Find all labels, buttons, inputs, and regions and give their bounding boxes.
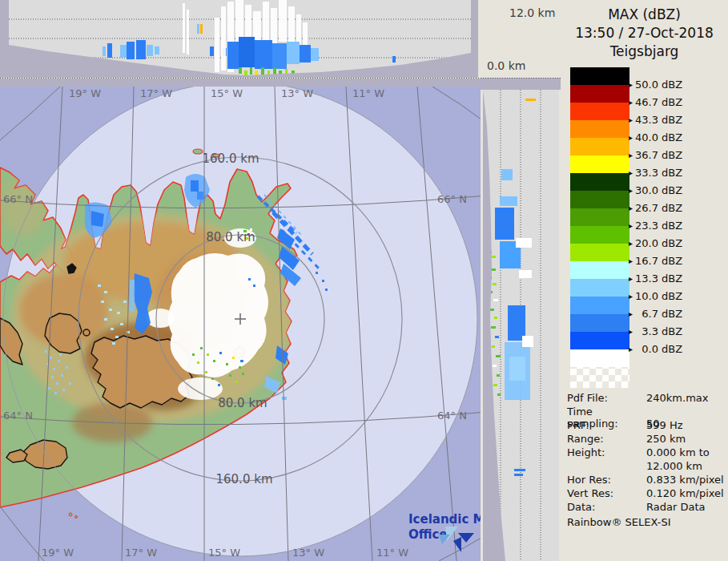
scale-band <box>570 208 629 226</box>
scale-tick-arrow: ▸ <box>629 239 633 248</box>
side-cross-section-panel[interactable] <box>481 78 561 561</box>
scale-band <box>570 349 629 367</box>
metadata-row: Height:0.000 km to <box>567 446 726 458</box>
scale-label: ▸50.0 dBZ <box>629 79 682 91</box>
scale-band <box>570 191 629 208</box>
scale-band <box>570 120 629 138</box>
scale-band <box>570 138 629 155</box>
scale-band <box>570 173 629 191</box>
scale-label: ▸33.3 dBZ <box>629 167 682 179</box>
scale-label: ▸10.0 dBZ <box>629 290 682 302</box>
scale-label: ▸43.3 dBZ <box>629 114 682 126</box>
metadata-row: Data:Radar Data <box>567 501 726 513</box>
scale-band <box>570 244 629 261</box>
scale-band <box>570 103 629 120</box>
lon-label-bottom: 11° W <box>376 547 408 559</box>
lon-label-bottom: 17° W <box>125 547 157 559</box>
scale-tick-arrow: ▸ <box>629 98 633 107</box>
ring-label-80-top: 80.0 km <box>206 230 255 244</box>
scale-band <box>570 155 629 173</box>
lon-label-top: 19° W <box>69 87 101 99</box>
product-datetime: 13:50 / 27-Oct-2018 <box>561 25 728 41</box>
scale-tick-arrow: ▸ <box>629 256 633 265</box>
lon-label-top: 11° W <box>352 87 384 99</box>
scale-tick-arrow: ▸ <box>629 327 633 336</box>
scale-label: ▸46.7 dBZ <box>629 96 682 108</box>
ring-label-160-bottom: 160.0 km <box>215 472 272 486</box>
scale-label: ▸ 3.3 dBZ <box>629 325 682 337</box>
imo-logo-line1: Icelandic Met <box>408 512 487 527</box>
scale-band <box>570 226 629 244</box>
metadata-row: Pdf File:240km.max <box>567 392 726 404</box>
scale-label: ▸ 0.0 dBZ <box>629 343 682 355</box>
scale-transparent-band <box>570 367 629 388</box>
scale-band <box>570 261 629 279</box>
scale-band <box>570 85 629 103</box>
scale-tick-arrow: ▸ <box>629 80 633 89</box>
top-panel-left-margin <box>0 0 9 78</box>
ring-label-160-top: 160.0 km <box>202 151 259 166</box>
scale-label: ▸36.7 dBZ <box>629 149 682 161</box>
metadata-row: PRF:599 Hz <box>567 419 726 431</box>
station-name: Teigsbjarg <box>561 43 728 59</box>
scale-tick-arrow: ▸ <box>629 345 633 353</box>
height-axis-corner: 12.0 km 0.0 km <box>478 0 561 78</box>
scale-tick-arrow: ▸ <box>629 309 633 318</box>
scale-band <box>570 332 629 349</box>
ring-label-80-bottom: 80.0 km <box>218 396 267 410</box>
map-top-margin <box>0 79 487 87</box>
scale-label: ▸20.0 dBZ <box>629 237 682 249</box>
lat-label-left: 64° N <box>3 410 33 422</box>
top-cross-section-panel[interactable] <box>0 0 478 78</box>
radar-map[interactable]: 19° W 17° W 15° W 13° W 11° W 19° W 17° … <box>0 78 487 561</box>
scale-band <box>570 297 629 314</box>
lon-label-top: 17° W <box>140 87 172 99</box>
scale-tick-arrow: ▸ <box>629 186 633 195</box>
scale-tick-arrow: ▸ <box>629 133 633 142</box>
metadata-row: 12.000 km <box>567 460 726 472</box>
scale-tick-arrow: ▸ <box>629 221 633 230</box>
scale-label: ▸30.0 dBZ <box>629 184 682 196</box>
height-axis-min-label: 0.0 km <box>487 59 525 72</box>
scale-label: ▸ 6.7 dBZ <box>629 308 682 320</box>
scale-label: ▸13.3 dBZ <box>629 272 682 285</box>
lon-label-bottom: 13° W <box>292 547 324 559</box>
lon-label-top: 13° W <box>281 87 313 99</box>
lat-label-right: 66° N <box>437 193 467 205</box>
scale-tick-arrow: ▸ <box>629 274 633 283</box>
legend-panel: MAX (dBZ) 13:50 / 27-Oct-2018 Teigsbjarg <box>561 0 728 561</box>
scale-label: ▸16.7 dBZ <box>629 255 682 267</box>
lon-label-bottom: 15° W <box>208 547 240 559</box>
software-brand: Rainbow® SELEX-SI <box>567 516 671 528</box>
height-axis-max-label: 12.0 km <box>509 6 555 19</box>
scale-tick-arrow: ▸ <box>629 204 633 212</box>
scale-band <box>570 314 629 332</box>
scale-label: ▸40.0 dBZ <box>629 131 682 143</box>
lon-label-bottom: 19° W <box>42 547 74 559</box>
top-panel-right-margin <box>471 0 478 78</box>
lon-label-top: 15° W <box>211 87 243 99</box>
metadata-row: Range:250 km <box>567 433 726 445</box>
metadata-row: Hor Res:0.833 km/pixel <box>567 474 726 486</box>
scale-tick-arrow: ▸ <box>629 168 633 177</box>
scale-label: ▸26.7 dBZ <box>629 202 682 214</box>
lat-label-left: 66° N <box>3 193 33 205</box>
radar-display-window: 12.0 km 0.0 km <box>0 0 728 561</box>
scale-tick-arrow: ▸ <box>629 292 633 301</box>
metadata-row: Vert Res:0.120 km/pixel <box>567 487 726 499</box>
scale-band <box>570 67 629 85</box>
side-panel-top-margin <box>481 78 561 90</box>
color-scale <box>570 67 629 388</box>
product-title: MAX (dBZ) <box>561 6 728 22</box>
scale-tick-arrow: ▸ <box>629 115 633 124</box>
scale-band <box>570 279 629 297</box>
scale-tick-arrow: ▸ <box>629 151 633 159</box>
scale-label: ▸23.3 dBZ <box>629 220 682 232</box>
lat-label-right: 64° N <box>437 410 467 422</box>
